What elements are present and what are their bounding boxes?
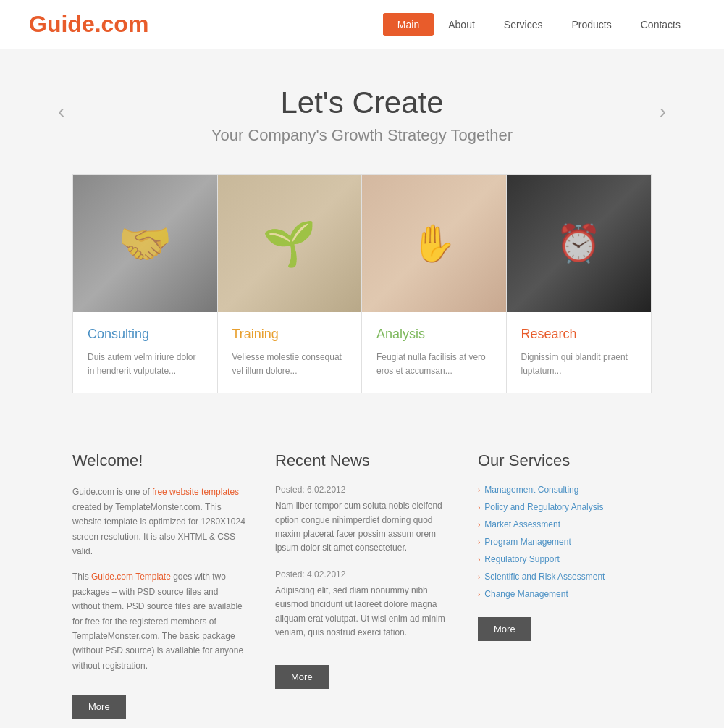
card-text-training: Veliesse molestie consequat vel illum do… <box>232 351 348 378</box>
services-column: Our Services ›Management Consulting ›Pol… <box>478 451 652 719</box>
news-date-1: Posted: 6.02.2012 <box>275 485 449 495</box>
welcome-para2-after: goes with two packages – with PSD source… <box>72 572 243 670</box>
service-link-5[interactable]: ›Regulatory Support <box>478 554 652 564</box>
plant-icon: 🌱 <box>262 218 316 269</box>
service-item-4: ›Program Management <box>478 537 652 547</box>
hero-prev-button[interactable]: ‹ <box>58 100 64 123</box>
nav-main[interactable]: Main <box>383 13 434 36</box>
welcome-title: Welcome! <box>72 451 246 470</box>
logo-text: Guide <box>29 11 95 37</box>
news-more-button[interactable]: More <box>275 665 329 689</box>
card-consulting: 🤝 Consulting Duis autem velm iriure dolo… <box>73 175 218 393</box>
card-training: 🌱 Training Veliesse molestie consequat v… <box>218 175 363 393</box>
chevron-icon-2: › <box>478 503 480 511</box>
welcome-para1: Guide.com is one of free website templat… <box>72 485 246 558</box>
welcome-column: Welcome! Guide.com is one of free websit… <box>72 451 246 719</box>
cards-grid: 🤝 Consulting Duis autem velm iriure dolo… <box>72 174 652 393</box>
service-item-5: ›Regulatory Support <box>478 554 652 564</box>
service-item-7: ›Change Management <box>478 589 652 599</box>
services-list: ›Management Consulting ›Policy and Regul… <box>478 485 652 599</box>
service-item-6: ›Scientific and Risk Assessment <box>478 572 652 582</box>
service-link-4[interactable]: ›Program Management <box>478 537 652 547</box>
hero-next-button[interactable]: › <box>660 100 666 123</box>
logo[interactable]: Guide.com <box>29 11 148 38</box>
handshake-icon: 🤝 <box>118 218 172 269</box>
chevron-icon-5: › <box>478 556 480 564</box>
card-text-consulting: Duis autem velm iriure dolor in hendreri… <box>88 351 203 378</box>
card-image-analysis: ✋ <box>362 175 506 312</box>
service-link-7[interactable]: ›Change Management <box>478 589 652 599</box>
news-column: Recent News Posted: 6.02.2012 Nam liber … <box>275 451 449 719</box>
news-date-2: Posted: 4.02.2012 <box>275 569 449 580</box>
card-text-research: Dignissim qui blandit praent luptatum... <box>521 351 637 378</box>
news-post-1: Posted: 6.02.2012 Nam liber tempor cum s… <box>275 485 449 555</box>
news-title: Recent News <box>275 451 449 470</box>
welcome-para2: This Guide.com Template goes with two pa… <box>72 569 246 673</box>
card-image-training: 🌱 <box>218 175 362 312</box>
hero-section: ‹ Let's Create Your Company's Growth Str… <box>0 49 724 174</box>
service-item-1: ›Management Consulting <box>478 485 652 495</box>
welcome-para1-before: Guide.com is one of <box>72 487 152 497</box>
chevron-icon-3: › <box>478 521 480 529</box>
news-text-1: Nam liber tempor cum soluta nobis eleife… <box>275 499 449 555</box>
chevron-icon-6: › <box>478 573 480 581</box>
welcome-link2[interactable]: Guide.com Template <box>91 572 171 582</box>
nav-contacts[interactable]: Contacts <box>626 13 695 36</box>
welcome-para1-after: created by TemplateMonster.com. This web… <box>72 502 245 556</box>
welcome-more-button[interactable]: More <box>72 695 126 719</box>
card-title-training: Training <box>232 327 348 342</box>
chevron-icon-4: › <box>478 538 480 546</box>
welcome-link1[interactable]: free website templates <box>152 487 239 497</box>
services-more-button[interactable]: More <box>478 617 531 641</box>
service-link-3[interactable]: ›Market Assessment <box>478 519 652 530</box>
header: Guide.com Main About Services Products C… <box>0 0 724 49</box>
nav-services[interactable]: Services <box>489 13 557 36</box>
card-research: ⏰ Research Dignissim qui blandit praent … <box>507 175 652 393</box>
card-title-research: Research <box>521 327 637 342</box>
bottom-section: Welcome! Guide.com is one of free websit… <box>0 422 724 728</box>
service-item-3: ›Market Assessment <box>478 519 652 530</box>
service-item-2: ›Policy and Regulatory Analysis <box>478 502 652 512</box>
logo-com: .com <box>95 11 149 37</box>
chevron-icon-1: › <box>478 486 480 494</box>
cards-section: 🤝 Consulting Duis autem velm iriure dolo… <box>0 174 724 422</box>
hero-heading: Let's Create <box>14 85 710 120</box>
card-title-analysis: Analysis <box>376 327 492 342</box>
hero-subheading: Your Company's Growth Strategy Together <box>14 126 710 145</box>
main-nav: Main About Services Products Contacts <box>383 13 695 36</box>
service-link-1[interactable]: ›Management Consulting <box>478 485 652 495</box>
services-title: Our Services <box>478 451 652 470</box>
card-title-consulting: Consulting <box>88 327 203 342</box>
chevron-icon-7: › <box>478 590 480 598</box>
welcome-para2-before: This <box>72 572 91 582</box>
card-image-consulting: 🤝 <box>73 175 217 312</box>
hands-icon: ✋ <box>411 222 456 264</box>
service-link-6[interactable]: ›Scientific and Risk Assessment <box>478 572 652 582</box>
nav-about[interactable]: About <box>434 13 489 36</box>
service-link-2[interactable]: ›Policy and Regulatory Analysis <box>478 502 652 512</box>
clock-icon: ⏰ <box>556 222 601 264</box>
card-text-analysis: Feugiat nulla facilisis at vero eros et … <box>376 351 492 378</box>
news-post-2: Posted: 4.02.2012 Adipiscing elit, sed d… <box>275 569 449 640</box>
nav-products[interactable]: Products <box>557 13 626 36</box>
card-analysis: ✋ Analysis Feugiat nulla facilisis at ve… <box>362 175 507 393</box>
news-text-2: Adipiscing elit, sed diam nonummy nibh e… <box>275 584 449 640</box>
card-image-research: ⏰ <box>507 175 652 312</box>
